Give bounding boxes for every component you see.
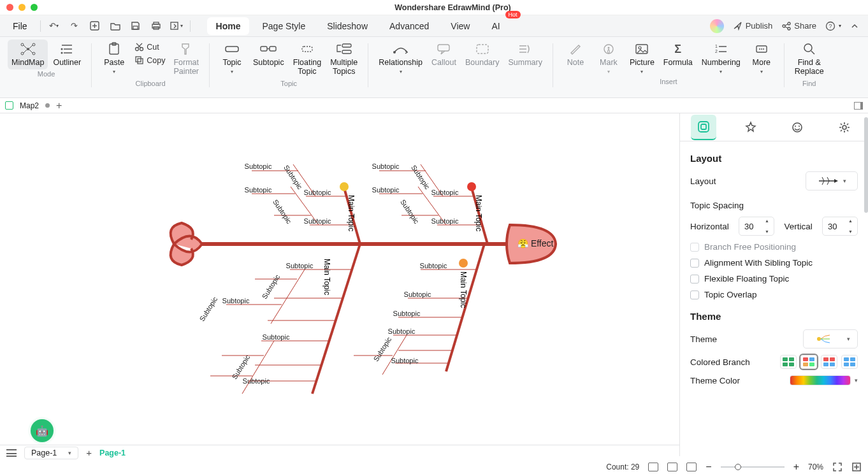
publish-button[interactable]: Publish — [733, 21, 773, 31]
subtopic-node[interactable]: Subtopic — [431, 217, 459, 225]
outliner-mode-button[interactable]: Outliner — [49, 40, 85, 69]
assistant-button[interactable]: 🤖 — [31, 419, 54, 442]
subtopic-node[interactable]: Subtopic — [263, 333, 290, 341]
multiple-topics-button[interactable]: Multiple Topics — [326, 40, 361, 79]
tab-home[interactable]: Home — [207, 17, 250, 35]
layout-tab[interactable] — [691, 115, 716, 140]
zoom-out-button[interactable]: − — [705, 461, 711, 473]
find-replace-button[interactable]: Find & Replace — [791, 40, 828, 79]
view-mode-3-button[interactable] — [686, 463, 697, 471]
subtopic-node[interactable]: Subtopic — [391, 357, 419, 364]
branch-style-1[interactable] — [780, 355, 797, 369]
branch-style-4[interactable] — [841, 355, 858, 369]
subtopic-node[interactable]: Subtopic — [245, 186, 272, 194]
subtopic-node[interactable]: Subtopic — [222, 297, 250, 305]
format-painter-button[interactable]: Format Painter — [170, 40, 203, 79]
numbering-button[interactable]: 12Numbering▾ — [698, 40, 744, 77]
topic-button[interactable]: Topic▾ — [216, 40, 248, 79]
page-selector[interactable]: Page-1▾ — [24, 447, 78, 459]
undo-button[interactable]: ↶▾ — [46, 18, 62, 34]
formula-button[interactable]: ΣFormula — [660, 40, 697, 77]
branch-style-2[interactable] — [800, 355, 817, 369]
cut-button[interactable]: Cut — [131, 41, 168, 53]
subtopic-node[interactable]: Subtopic — [420, 262, 447, 269]
picture-button[interactable]: Picture▾ — [626, 40, 658, 77]
subtopic-node[interactable]: Subtopic — [245, 162, 272, 170]
vertical-spacing-input[interactable]: 30▲▼ — [822, 217, 858, 236]
page-list-button[interactable] — [6, 449, 17, 457]
tab-ai[interactable]: AIHot — [482, 17, 509, 35]
align-sibling-checkbox[interactable]: Alignment With Sibling Topic — [690, 258, 858, 268]
canvas[interactable]: 😤 Effect Main Topic Main Topic Main Topi… — [0, 113, 679, 456]
flexible-floating-checkbox[interactable]: Flexible Floating Topic — [690, 274, 858, 284]
new-button[interactable] — [87, 18, 103, 34]
subtopic-node[interactable]: Subtopic — [393, 310, 421, 317]
style-tab[interactable] — [738, 115, 763, 140]
copy-button[interactable]: Copy — [131, 54, 168, 66]
main-topic-node[interactable]: Main Topic — [347, 195, 356, 231]
callout-button[interactable]: Callout — [428, 40, 460, 77]
file-menu[interactable]: File — [5, 18, 35, 34]
subtopic-node[interactable]: Subtopic — [404, 291, 431, 298]
more-button[interactable]: More▾ — [746, 40, 778, 77]
open-button[interactable] — [107, 18, 124, 34]
branch-style-3[interactable] — [821, 355, 837, 369]
zoom-value[interactable]: 70% — [808, 463, 823, 471]
topic-overlap-checkbox[interactable]: Topic Overlap — [690, 290, 858, 299]
view-mode-1-button[interactable] — [648, 463, 658, 471]
active-page-tab[interactable]: Page-1 — [99, 449, 126, 457]
layout-selector[interactable]: ▾ — [806, 171, 858, 190]
subtopic-node[interactable]: Subtopic — [372, 162, 400, 170]
floating-topic-button[interactable]: Floating Topic — [289, 40, 325, 79]
subtopic-node[interactable]: Subtopic — [243, 377, 270, 385]
theme-color-selector[interactable] — [790, 375, 851, 385]
zoom-in-button[interactable]: + — [793, 461, 799, 473]
subtopic-node[interactable]: Subtopic — [304, 217, 331, 225]
panel-toggle-button[interactable] — [854, 102, 863, 110]
fullscreen-button[interactable] — [832, 462, 843, 472]
mark-button[interactable]: Mark▾ — [593, 40, 625, 77]
help-button[interactable]: ?▾ — [825, 21, 841, 31]
zoom-slider[interactable] — [721, 466, 785, 468]
minimize-window-button[interactable] — [18, 4, 25, 11]
effect-node[interactable]: 😤 Effect — [517, 238, 553, 248]
redo-button[interactable]: ↷ — [66, 18, 83, 34]
note-button[interactable]: Note — [560, 40, 591, 77]
export-button[interactable]: ▾ — [168, 18, 185, 34]
print-button[interactable] — [148, 18, 164, 34]
theme-selector[interactable]: ▾ — [803, 329, 858, 348]
fit-view-button[interactable] — [851, 462, 862, 472]
add-document-button[interactable]: + — [56, 100, 62, 111]
tab-slideshow[interactable]: Slideshow — [318, 17, 377, 35]
zoom-window-button[interactable] — [31, 4, 38, 11]
side-panel-scrollbar[interactable] — [864, 113, 868, 456]
summary-button[interactable]: Summary — [504, 40, 546, 77]
share-button[interactable]: Share — [781, 21, 816, 31]
scrollbar-thumb[interactable] — [864, 117, 868, 213]
relationship-button[interactable]: Relationship▾ — [375, 40, 426, 77]
subtopic-node[interactable]: Subtopic — [372, 186, 400, 194]
save-button[interactable] — [127, 18, 144, 34]
subtopic-button[interactable]: Subtopic — [249, 40, 288, 79]
tab-page-style[interactable]: Page Style — [253, 17, 314, 35]
main-topic-node[interactable]: Main Topic — [459, 271, 468, 308]
subtopic-node[interactable]: Subtopic — [286, 262, 314, 269]
view-mode-2-button[interactable] — [667, 463, 677, 471]
subtopic-node[interactable]: Subtopic — [304, 189, 331, 196]
collapse-ribbon-button[interactable] — [850, 22, 859, 31]
paste-button[interactable]: Paste ▾ — [98, 40, 130, 77]
zoom-slider-knob[interactable] — [735, 464, 741, 470]
subtopic-node[interactable]: Subtopic — [431, 189, 459, 196]
add-page-button[interactable]: + — [86, 447, 92, 458]
main-topic-node[interactable]: Main Topic — [474, 195, 483, 231]
tab-view[interactable]: View — [442, 17, 479, 35]
boundary-button[interactable]: Boundary — [461, 40, 503, 77]
settings-tab[interactable] — [832, 115, 857, 140]
subtopic-node[interactable]: Subtopic — [388, 327, 416, 335]
mindmap-mode-button[interactable]: MindMap — [8, 40, 48, 69]
main-topic-node[interactable]: Main Topic — [322, 259, 331, 295]
close-window-button[interactable] — [6, 4, 13, 11]
icon-tab[interactable] — [785, 115, 810, 140]
user-avatar[interactable] — [710, 19, 724, 33]
tab-advanced[interactable]: Advanced — [380, 17, 438, 35]
